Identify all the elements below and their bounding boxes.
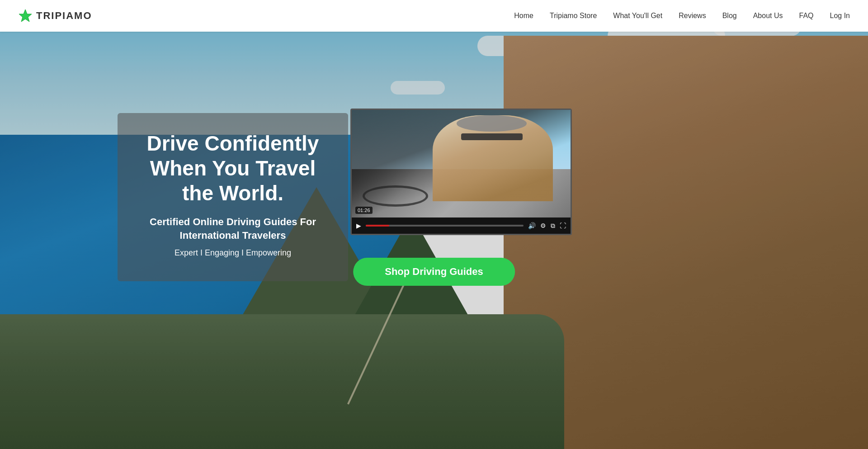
settings-icon[interactable]: ⚙ [540, 222, 546, 229]
svg-marker-0 [19, 9, 32, 22]
video-timestamp: 01:26 [355, 207, 373, 214]
nav-link-store[interactable]: Tripiamo Store [550, 12, 597, 19]
hero-section: Drive Confidently When You Travel the Wo… [0, 0, 868, 449]
hero-text-box: Drive Confidently When You Travel the Wo… [118, 113, 348, 281]
nav-link-blog[interactable]: Blog [722, 12, 737, 19]
nav-item-login[interactable]: Log In [830, 12, 850, 20]
logo-link[interactable]: TRIPIAMO [18, 9, 92, 23]
logo-text: TRIPIAMO [36, 10, 92, 22]
nav-item-reviews[interactable]: Reviews [679, 12, 706, 20]
nav-link-login[interactable]: Log In [830, 12, 850, 19]
video-progress-fill [366, 225, 389, 227]
fullscreen-icon[interactable]: ⛶ [560, 222, 566, 229]
volume-icon[interactable]: 🔊 [528, 222, 536, 229]
nav-item-whatyouget[interactable]: What You'll Get [613, 12, 662, 20]
nav-link-about[interactable]: About Us [753, 12, 783, 19]
nav-menu: Home Tripiamo Store What You'll Get Revi… [514, 12, 850, 20]
nav-link-faq[interactable]: FAQ [799, 12, 814, 19]
logo-icon [18, 9, 33, 23]
hero-tagline: Expert I Engaging I Empowering [140, 247, 326, 259]
play-icon[interactable]: ▶ [356, 222, 361, 229]
nav-item-store[interactable]: Tripiamo Store [550, 12, 597, 20]
video-scene [352, 110, 571, 217]
nav-item-home[interactable]: Home [514, 12, 533, 20]
hero-subtitle: Certified Online Driving Guides For Inte… [140, 215, 326, 243]
nav-link-home[interactable]: Home [514, 12, 533, 19]
hero-video[interactable]: 01:26 ▶ 🔊 ⚙ ⧉ ⛶ [350, 109, 572, 235]
video-controls[interactable]: ▶ 🔊 ⚙ ⧉ ⛶ [352, 217, 571, 234]
nav-item-faq[interactable]: FAQ [799, 12, 814, 20]
video-progress-bar[interactable] [366, 225, 524, 227]
hero-cta-container: Shop Driving Guides [353, 258, 515, 286]
pip-icon[interactable]: ⧉ [551, 222, 555, 230]
hero-title: Drive Confidently When You Travel the Wo… [140, 131, 326, 206]
nav-item-about[interactable]: About Us [753, 12, 783, 20]
navbar: TRIPIAMO Home Tripiamo Store What You'll… [0, 0, 868, 32]
nav-link-reviews[interactable]: Reviews [679, 12, 706, 19]
shop-driving-guides-button[interactable]: Shop Driving Guides [353, 258, 515, 286]
nav-item-blog[interactable]: Blog [722, 12, 737, 20]
video-content: 01:26 [352, 110, 571, 217]
nav-link-whatyouget[interactable]: What You'll Get [613, 12, 662, 19]
